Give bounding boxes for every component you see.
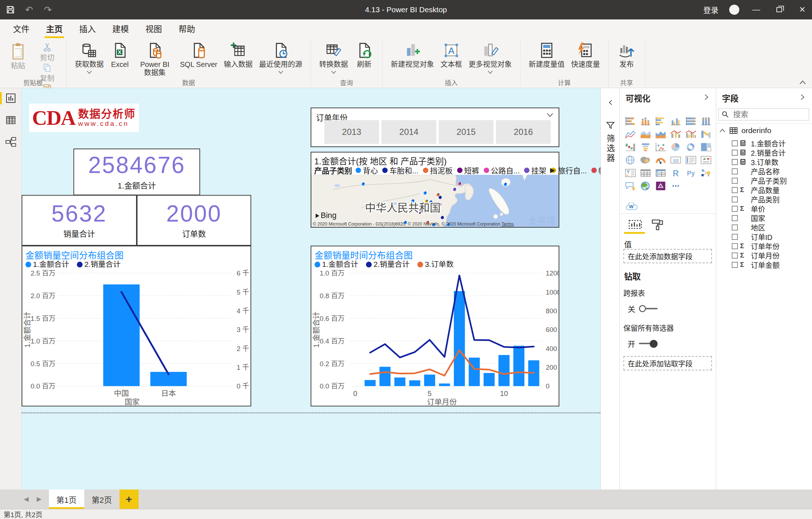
waterfall-chart-icon[interactable]	[623, 141, 638, 154]
field-row-订单月份[interactable]: Σ订单月份	[716, 251, 812, 260]
field-row-1.金额合计[interactable]: 1.金额合计	[716, 138, 812, 148]
slicer-option-2013[interactable]: 2013	[324, 120, 379, 144]
more-visuals-icon[interactable]	[668, 179, 683, 192]
field-row-产品子类别[interactable]: 产品子类别	[716, 176, 812, 185]
field-search-box[interactable]	[718, 108, 809, 120]
multi-row-card-icon[interactable]	[683, 154, 698, 167]
field-checkbox[interactable]	[732, 140, 738, 146]
field-checkbox[interactable]	[732, 234, 738, 240]
restore-button[interactable]	[773, 5, 785, 14]
search-input[interactable]	[732, 110, 806, 119]
table-icon[interactable]	[638, 167, 653, 179]
drill-field-well[interactable]: 在此处添加钻取字段	[623, 356, 712, 370]
field-row-2.销量合计[interactable]: 2.销量合计	[716, 148, 812, 157]
field-checkbox[interactable]	[732, 178, 738, 184]
ribbon-collapse-icon[interactable]	[799, 80, 806, 85]
field-checkbox[interactable]	[732, 206, 738, 212]
stacked-area-chart-icon[interactable]	[653, 128, 668, 141]
field-row-订单年份[interactable]: Σ订单年份	[716, 241, 812, 251]
fields-tab-icon[interactable]	[628, 218, 643, 231]
slicer-icon[interactable]	[623, 167, 638, 179]
next-page-icon[interactable]: ►	[35, 495, 43, 504]
area-chart-icon[interactable]	[638, 128, 653, 141]
stacked-bar-chart-icon[interactable]	[623, 115, 638, 128]
line-chart-icon[interactable]	[623, 128, 638, 141]
line-stacked-column-combo-icon[interactable]	[668, 128, 683, 141]
chevron-down-icon[interactable]	[546, 113, 554, 118]
ribbon-button-最近使用的源[interactable]: 最近使用的源	[256, 42, 306, 74]
map-legend-item-旅行自...[interactable]: 旅行自...	[551, 165, 587, 176]
kpi-icon[interactable]	[698, 154, 713, 167]
year-slicer[interactable]: 订单年份 2013201420152016	[311, 108, 559, 147]
ribbon-button-Power BI 数据集[interactable]: Power BI 数据集	[133, 42, 177, 77]
menu-tab-帮助[interactable]: 帮助	[179, 22, 195, 39]
qa-icon[interactable]	[623, 179, 638, 192]
ribbon-button-转换数据[interactable]: 转换数据	[316, 42, 351, 74]
field-row-产品名称[interactable]: 产品名称	[716, 167, 812, 176]
field-row-产品类别[interactable]: 产品类别	[716, 195, 812, 204]
map-visual[interactable]: 1.金额合计(按 地区 和 产品子类别) 产品子类别 背心车胎和...挡泥板短裤…	[311, 152, 559, 228]
field-row-单价[interactable]: Σ单价	[716, 204, 812, 213]
combo-chart-by-country[interactable]: 金额销量空间分布组合图1.金额合计2.销量合计0.0 百万0.5 百万1.0 百…	[22, 246, 251, 406]
field-checkbox[interactable]	[732, 196, 738, 202]
report-view-icon[interactable]	[5, 92, 17, 104]
keep-filters-toggle[interactable]: 开	[628, 338, 658, 349]
ribbon-button-快速度量[interactable]: 快速度量	[568, 42, 603, 69]
map-legend-item-车胎和...[interactable]: 车胎和...	[382, 165, 419, 176]
clustered-column-chart-icon[interactable]	[668, 115, 683, 128]
ribbon-button-粘贴[interactable]: 粘贴	[5, 42, 31, 70]
field-checkbox[interactable]	[732, 215, 738, 221]
ribbon-button-新建视觉对象[interactable]: 新建视觉对象	[388, 42, 437, 69]
combo-chart-by-month[interactable]: 金额销量时间分布组合图1.金额合计2.销量合计3.订单数0.0 百万0.2 百万…	[311, 246, 559, 406]
donut-chart-icon[interactable]	[683, 141, 698, 154]
field-row-订单金额[interactable]: Σ订单金额	[716, 260, 812, 269]
map-legend-item-挂架[interactable]: 挂架	[524, 165, 546, 176]
field-checkbox[interactable]	[732, 224, 738, 231]
ribbon-button-新建度量值[interactable]: 新建度量值	[525, 42, 568, 69]
field-checkbox[interactable]	[732, 262, 738, 268]
clustered-bar-chart-icon[interactable]	[653, 115, 668, 128]
ribbon-button-文本框[interactable]: A文本框	[437, 42, 465, 69]
stacked-column-chart-icon[interactable]	[638, 115, 653, 128]
gauge-icon[interactable]	[653, 154, 668, 167]
matrix-icon[interactable]	[653, 167, 668, 179]
map-legend-item-公路自...[interactable]: 公路自...	[484, 165, 520, 176]
table-node-orderinfo[interactable]: orderinfo	[719, 126, 771, 135]
field-row-国家[interactable]: 国家	[716, 213, 812, 223]
kpi-card-total-amount[interactable]: 2584676 1.金额合计	[73, 149, 200, 195]
ribbon-button-更多视觉对象[interactable]: 更多视觉对象	[465, 42, 515, 74]
field-row-地区[interactable]: 地区	[716, 223, 812, 232]
field-row-产品数量[interactable]: Σ产品数量	[716, 185, 812, 195]
arcgis-map-icon[interactable]	[638, 179, 653, 192]
chevron-down-icon[interactable]	[487, 69, 493, 74]
ribbon-button-获取数据[interactable]: 获取数据	[72, 42, 107, 74]
power-apps-icon[interactable]	[653, 179, 668, 192]
add-page-button[interactable]: +	[119, 490, 139, 509]
key-influencers-icon[interactable]	[698, 167, 713, 179]
map-legend-item-短裤[interactable]: 短裤	[457, 165, 479, 176]
menu-tab-视图[interactable]: 视图	[145, 22, 162, 39]
legend-next-icon[interactable]: ▶	[550, 166, 555, 174]
avatar[interactable]	[729, 5, 739, 15]
kpi-card-order-count[interactable]: 2000 订单数	[137, 195, 251, 246]
chevron-down-icon[interactable]	[86, 69, 92, 74]
ribbon-button-SQL Server[interactable]: SQL Server	[177, 42, 221, 69]
ribbon-chart-icon[interactable]	[698, 128, 713, 141]
ribbon-button-剪切[interactable]: 剪切	[33, 42, 61, 62]
field-checkbox[interactable]	[732, 243, 738, 249]
menu-tab-文件[interactable]: 文件	[13, 22, 30, 39]
import-visual-icon[interactable]: W	[626, 202, 638, 211]
field-row-3.订单数[interactable]: 3.订单数	[716, 157, 812, 167]
100-stacked-column-chart-icon[interactable]	[698, 115, 713, 128]
slicer-option-2014[interactable]: 2014	[382, 120, 436, 144]
field-checkbox[interactable]	[732, 150, 738, 156]
bing-map[interactable]: 中华人民共和国太平洋Bing© 2020 Microsoft Corporati…	[311, 175, 559, 227]
filled-map-icon[interactable]	[638, 154, 653, 167]
toggle-off-switch[interactable]	[639, 305, 658, 313]
menu-tab-插入[interactable]: 插入	[79, 22, 96, 39]
chevron-left-icon[interactable]	[607, 100, 614, 105]
page-tab-第2页[interactable]: 第2页	[84, 490, 119, 509]
ribbon-button-发布[interactable]: 发布	[614, 42, 640, 69]
close-button[interactable]: ✕	[796, 5, 808, 14]
sign-in-button[interactable]: 登录	[703, 4, 718, 15]
